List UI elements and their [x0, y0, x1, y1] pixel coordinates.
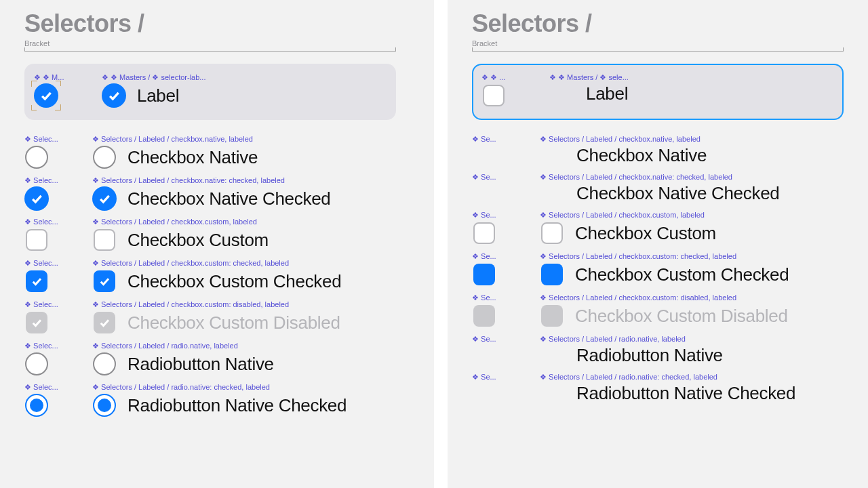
- component-tag: ❖ Selec...: [24, 135, 92, 144]
- list-item[interactable]: ❖ Selec... ❖ Selectors / Labeled / radio…: [24, 383, 396, 418]
- item-label: Checkbox Custom Disabled: [575, 306, 788, 327]
- item-label: Checkbox Native Checked: [576, 183, 779, 204]
- component-tag: ❖ Se...: [472, 373, 540, 382]
- bracket-label: Bracket: [472, 39, 844, 47]
- item-label: Radiobutton Native: [576, 345, 723, 366]
- item-label: Checkbox Native: [576, 145, 707, 166]
- item-label: Checkbox Native: [127, 147, 258, 168]
- component-tag: ❖ Selectors / Labeled / checkbox.custom,…: [92, 218, 396, 226]
- component-tag: ❖ ❖ ...: [481, 73, 549, 82]
- checkbox-native-icon[interactable]: [92, 145, 117, 169]
- checkbox-custom-disabled-icon: [472, 304, 496, 328]
- list-item: ❖ Se... ❖ Selectors / Labeled / checkbox…: [472, 293, 844, 328]
- list-item[interactable]: ❖ Selec... ❖ Selectors / Labeled / radio…: [24, 342, 396, 376]
- checkbox-custom-disabled-icon: [24, 310, 49, 335]
- checkbox-native-icon[interactable]: [24, 145, 49, 169]
- checkbox-custom-checked-icon[interactable]: [472, 262, 496, 287]
- component-tag: ❖ ❖ M...: [34, 73, 102, 82]
- component-tag: ❖ Se...: [472, 135, 540, 144]
- panel-right: Selectors / Bracket ❖ ❖ ... ❖ ❖ Masters …: [448, 0, 868, 488]
- component-tag: ❖ Selectors / Labeled / radio.native, la…: [92, 342, 396, 350]
- checkbox-custom-icon[interactable]: [481, 83, 506, 108]
- panel-left: Selectors / Bracket ❖ ❖ M... ❖ ❖ Masters…: [0, 0, 420, 488]
- list-item[interactable]: ❖ Selec... ❖ Selectors / Labeled / check…: [24, 135, 396, 169]
- component-tag: ❖ Selectors / Labeled / radio.native: ch…: [540, 373, 844, 382]
- list-item[interactable]: ❖ Se... ❖ Selectors / Labeled / radio.na…: [472, 373, 844, 404]
- component-tag: ❖ Selectors / Labeled / checkbox.custom,…: [540, 211, 844, 220]
- checkbox-custom-disabled-icon: [92, 310, 117, 335]
- item-label: Checkbox Custom Checked: [575, 264, 789, 285]
- component-tag: ❖ Selec...: [24, 218, 92, 226]
- checkbox-custom-disabled-icon: [540, 304, 564, 328]
- component-tag: ❖ Se...: [472, 335, 540, 344]
- list-item[interactable]: ❖ Se... ❖ Selectors / Labeled / checkbox…: [472, 173, 844, 204]
- component-tag: ❖ Se...: [472, 252, 540, 261]
- component-tag: ❖ Selectors / Labeled / checkbox.custom:…: [92, 300, 396, 309]
- component-tag: ❖ Selectors / Labeled / checkbox.native:…: [92, 176, 396, 185]
- checkbox-native-checked-icon[interactable]: [24, 186, 49, 211]
- radio-native-checked-icon[interactable]: [24, 393, 49, 418]
- item-label: Checkbox Custom Disabled: [127, 312, 340, 333]
- bracket-line: [472, 47, 844, 52]
- checkbox-custom-checked-icon[interactable]: [92, 269, 117, 293]
- item-label: Radiobutton Native Checked: [127, 395, 347, 416]
- master-group-selected[interactable]: ❖ ❖ ... ❖ ❖ Masters / ❖ sele... Label: [472, 64, 844, 120]
- checkbox-native-checked-icon[interactable]: [34, 83, 58, 108]
- component-tag: ❖ Selec...: [24, 176, 92, 185]
- radio-native-checked-icon[interactable]: [92, 393, 117, 418]
- item-label: Radiobutton Native: [127, 354, 274, 375]
- component-tag: ❖ Selec...: [24, 342, 92, 350]
- component-tag: ❖ Selectors / Labeled / checkbox.custom:…: [540, 252, 844, 261]
- item-label: Checkbox Custom: [127, 230, 269, 251]
- list-item[interactable]: ❖ Se... ❖ Selectors / Labeled / radio.na…: [472, 335, 844, 366]
- component-tag: ❖ Se...: [472, 211, 540, 220]
- checkbox-native-checked-icon[interactable]: [92, 186, 117, 211]
- page-title: Selectors /: [472, 9, 844, 38]
- component-tag: ❖ Selec...: [24, 259, 92, 268]
- component-tag: ❖ ❖ Masters / ❖ sele...: [549, 73, 834, 82]
- list-item[interactable]: ❖ Selec... ❖ Selectors / Labeled / check…: [24, 259, 396, 293]
- component-tag: ❖ Selec...: [24, 383, 92, 392]
- item-label: Checkbox Native Checked: [127, 188, 330, 209]
- list-item: ❖ Selec... ❖ Selectors / Labeled / check…: [24, 300, 396, 335]
- list-item[interactable]: ❖ Se... ❖ Selectors / Labeled / checkbox…: [472, 211, 844, 245]
- list-item[interactable]: ❖ Selec... ❖ Selectors / Labeled / check…: [24, 218, 396, 252]
- item-label: Checkbox Custom Checked: [127, 271, 341, 292]
- checkbox-custom-icon[interactable]: [540, 221, 564, 245]
- checkbox-custom-icon[interactable]: [92, 228, 117, 252]
- master-label: Label: [137, 85, 179, 106]
- component-tag: ❖ Selectors / Labeled / checkbox.native,…: [92, 135, 396, 144]
- checkbox-custom-checked-icon[interactable]: [540, 262, 564, 287]
- list-item[interactable]: ❖ Se... ❖ Selectors / Labeled / checkbox…: [472, 252, 844, 287]
- component-tag: ❖ Se...: [472, 173, 540, 182]
- bracket-label: Bracket: [24, 39, 396, 47]
- bracket-line: [24, 47, 396, 52]
- component-tag: ❖ Selectors / Labeled / checkbox.native:…: [540, 173, 844, 182]
- list-item[interactable]: ❖ Se... ❖ Selectors / Labeled / checkbox…: [472, 135, 844, 166]
- checkbox-custom-icon[interactable]: [24, 228, 49, 252]
- master-label: Label: [586, 83, 628, 104]
- radio-native-icon[interactable]: [92, 352, 117, 376]
- component-tag: ❖ Selectors / Labeled / radio.native: ch…: [92, 383, 396, 392]
- component-tag: ❖ Selectors / Labeled / checkbox.custom:…: [540, 293, 844, 302]
- component-tag: ❖ Selectors / Labeled / checkbox.custom:…: [92, 259, 396, 268]
- component-tag: ❖ Selectors / Labeled / radio.native, la…: [540, 335, 844, 344]
- master-group[interactable]: ❖ ❖ M... ❖ ❖ Masters / ❖ selector-lab...…: [24, 64, 396, 120]
- item-label: Radiobutton Native Checked: [576, 383, 795, 404]
- list-item[interactable]: ❖ Selec... ❖ Selectors / Labeled / check…: [24, 176, 396, 211]
- checkbox-custom-icon[interactable]: [472, 221, 496, 245]
- radio-native-icon[interactable]: [24, 352, 49, 376]
- component-tag: ❖ Selectors / Labeled / checkbox.native,…: [540, 135, 844, 144]
- component-tag: ❖ ❖ Masters / ❖ selector-lab...: [102, 73, 387, 82]
- checkbox-custom-checked-icon[interactable]: [24, 269, 49, 293]
- checkbox-native-checked-icon[interactable]: [102, 83, 126, 108]
- component-tag: ❖ Selec...: [24, 300, 92, 309]
- item-label: Checkbox Custom: [575, 223, 716, 244]
- page-title: Selectors /: [24, 9, 396, 38]
- component-tag: ❖ Se...: [472, 293, 540, 302]
